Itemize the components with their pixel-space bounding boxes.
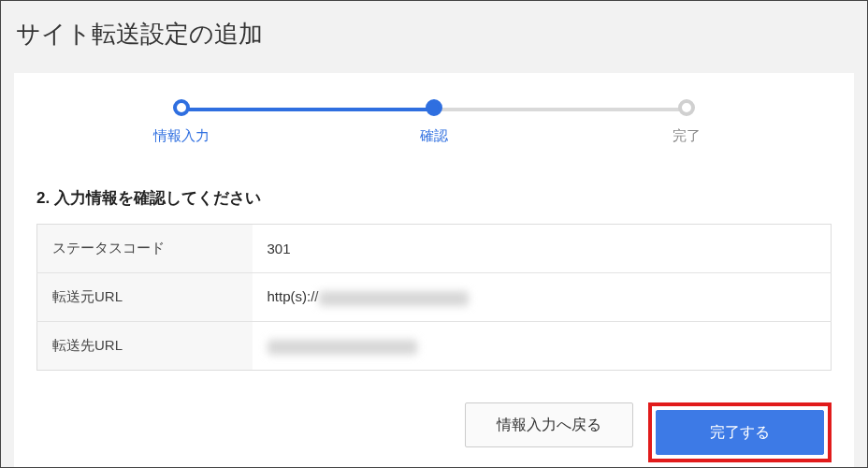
step-dot-input [173, 99, 190, 116]
step-complete: 完了 [649, 99, 724, 145]
row-label-status-code: ステータスコード [37, 225, 253, 273]
action-bar: 情報入力へ戻る 完了する [36, 402, 832, 462]
confirm-table: ステータスコード 301 転送元URL http(s):// 転送先URL [36, 224, 832, 371]
step-confirm: 確認 [397, 99, 471, 145]
row-value-source-url: http(s):// [253, 273, 832, 322]
source-url-prefix: http(s):// [268, 288, 319, 304]
progress-stepper: 情報入力 確認 完了 [172, 99, 696, 155]
step-label-input: 情報入力 [144, 127, 219, 145]
step-label-confirm: 確認 [397, 127, 471, 145]
step-dot-confirm [426, 99, 442, 116]
row-label-dest-url: 転送先URL [37, 322, 253, 371]
redacted-text [319, 291, 469, 306]
row-value-dest-url [253, 322, 832, 371]
submit-button[interactable]: 完了する [656, 410, 824, 455]
step-label-complete: 完了 [649, 127, 724, 145]
table-row: 転送元URL http(s):// [37, 273, 832, 322]
redacted-text [268, 340, 417, 355]
step-dot-complete [678, 99, 695, 116]
step-input: 情報入力 [144, 99, 219, 145]
row-value-status-code: 301 [253, 225, 832, 273]
row-label-source-url: 転送元URL [37, 273, 253, 322]
page-title: サイト転送設定の追加 [1, 1, 867, 67]
confirm-card: 情報入力 確認 完了 2. 入力情報を確認してください ステータスコード 301… [14, 73, 854, 468]
table-row: ステータスコード 301 [37, 225, 832, 273]
section-heading: 2. 入力情報を確認してください [36, 187, 832, 209]
table-row: 転送先URL [37, 322, 832, 371]
submit-highlight: 完了する [648, 402, 832, 462]
back-button[interactable]: 情報入力へ戻る [465, 402, 633, 447]
